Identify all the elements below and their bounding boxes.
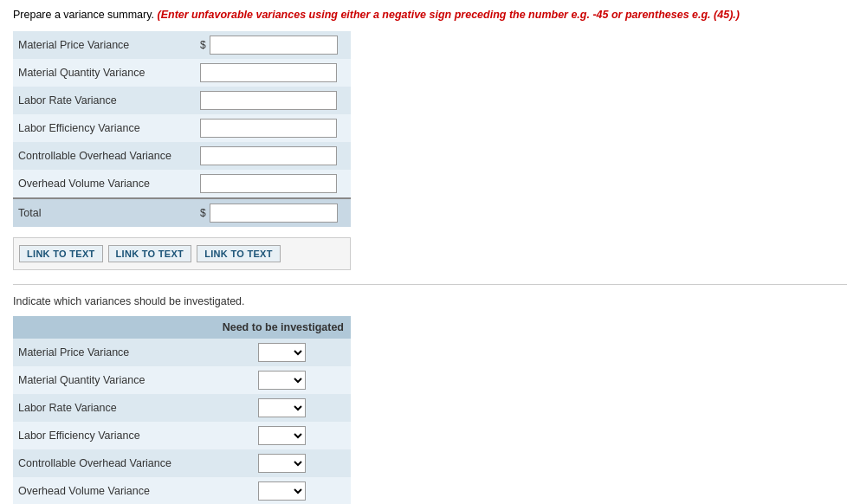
variance-input-overhead-volume[interactable] [200,174,337,193]
variance-label-material-price: Material Price Variance [13,31,195,59]
total-input[interactable] [210,204,338,223]
variance-input-cell-material-quantity [195,59,351,87]
investigate-instruction: Indicate which variances should be inves… [13,295,847,307]
investigate-label-inv-overhead-volume: Overhead Volume Variance [13,477,212,504]
variance-input-material-price[interactable] [210,36,338,55]
instruction-text: Prepare a variance summary. (Enter unfav… [13,9,847,21]
instruction-main: Prepare a variance summary. [13,9,154,21]
investigate-select-cell-inv-overhead-volume: YesNo [212,477,351,504]
variance-label-labor-rate: Labor Rate Variance [13,87,195,114]
investigate-label-inv-controllable-overhead: Controllable Overhead Variance [13,449,212,477]
investigate-label-inv-material-price: Material Price Variance [13,339,212,366]
variance-input-material-quantity[interactable] [200,63,337,82]
investigate-row-inv-overhead-volume: Overhead Volume VarianceYesNo [13,477,351,504]
link-button-link2[interactable]: LINK TO TEXT [108,245,192,262]
investigate-label-inv-labor-efficiency: Labor Efficiency Variance [13,422,212,449]
total-dollar-sign: $ [200,207,206,219]
variance-input-cell-labor-rate [195,87,351,114]
variance-row-material-price: Material Price Variance$ [13,31,351,59]
variance-input-labor-efficiency[interactable] [200,119,337,138]
variance-input-controllable-overhead[interactable] [200,146,337,165]
instruction-note: (Enter unfavorable variances using eithe… [158,9,740,21]
investigate-select-cell-inv-material-quantity: YesNo [212,366,351,394]
investigate-select-cell-inv-material-price: YesNo [212,339,351,366]
total-label: Total [13,198,195,227]
investigate-select-inv-labor-efficiency[interactable]: YesNo [258,426,306,445]
investigate-select-cell-inv-controllable-overhead: YesNo [212,449,351,477]
dollar-sign-material-price: $ [200,39,206,51]
variance-row-overhead-volume: Overhead Volume Variance [13,170,351,198]
variance-input-cell-material-price: $ [195,31,351,59]
variance-row-controllable-overhead: Controllable Overhead Variance [13,142,351,170]
section-divider [13,284,847,285]
investigate-select-inv-overhead-volume[interactable]: YesNo [258,481,306,501]
investigate-table: Need to be investigated Material Price V… [13,316,351,504]
investigate-row-inv-labor-efficiency: Labor Efficiency VarianceYesNo [13,422,351,449]
investigate-row-inv-labor-rate: Labor Rate VarianceYesNo [13,394,351,422]
investigate-row-inv-material-quantity: Material Quantity VarianceYesNo [13,366,351,394]
investigate-label-inv-labor-rate: Labor Rate Variance [13,394,212,422]
variance-row-labor-rate: Labor Rate Variance [13,87,351,114]
investigate-row-inv-material-price: Material Price VarianceYesNo [13,339,351,366]
total-input-cell: $ [195,198,351,227]
investigate-select-cell-inv-labor-rate: YesNo [212,394,351,422]
variance-label-controllable-overhead: Controllable Overhead Variance [13,142,195,170]
investigate-select-inv-material-quantity[interactable]: YesNo [258,371,306,390]
investigate-select-inv-controllable-overhead[interactable]: YesNo [258,454,306,473]
variance-input-cell-overhead-volume [195,170,351,198]
investigate-header-empty [13,316,212,339]
investigate-row-inv-controllable-overhead: Controllable Overhead VarianceYesNo [13,449,351,477]
variance-row-labor-efficiency: Labor Efficiency Variance [13,114,351,142]
variance-label-overhead-volume: Overhead Volume Variance [13,170,195,198]
link-buttons-container: LINK TO TEXTLINK TO TEXTLINK TO TEXT [13,237,351,270]
link-button-link1[interactable]: LINK TO TEXT [19,245,103,262]
investigate-header-row: Need to be investigated [13,316,351,339]
variance-label-labor-efficiency: Labor Efficiency Variance [13,114,195,142]
investigate-select-inv-material-price[interactable]: YesNo [258,343,306,362]
variance-label-material-quantity: Material Quantity Variance [13,59,195,87]
investigate-select-cell-inv-labor-efficiency: YesNo [212,422,351,449]
variance-input-cell-labor-efficiency [195,114,351,142]
investigate-label-inv-material-quantity: Material Quantity Variance [13,366,212,394]
link-button-link3[interactable]: LINK TO TEXT [197,245,281,262]
investigate-select-inv-labor-rate[interactable]: YesNo [258,398,306,417]
variance-input-labor-rate[interactable] [200,91,337,110]
total-row: Total $ [13,198,351,227]
investigate-header-label: Need to be investigated [212,316,351,339]
variance-row-material-quantity: Material Quantity Variance [13,59,351,87]
variance-input-cell-controllable-overhead [195,142,351,170]
variance-summary-table: Material Price Variance$Material Quantit… [13,31,351,227]
